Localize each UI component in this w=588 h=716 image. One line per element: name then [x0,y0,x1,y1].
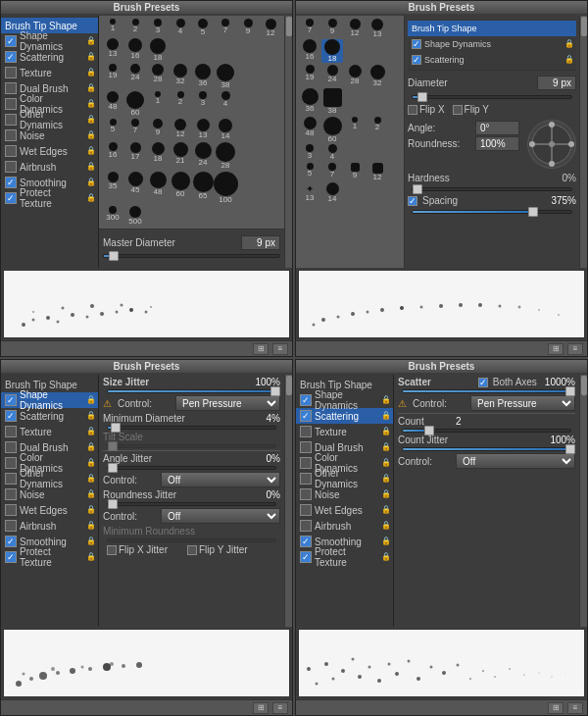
option-noise-br[interactable]: Noise 🔒 [296,486,393,502]
brush-tr-19[interactable]: 19 [299,65,320,87]
preview-list-btn-bl[interactable]: ≡ [272,702,288,714]
spacing-checkbox[interactable]: ✓ [408,196,417,206]
check-smooth-tl[interactable]: ✓ [5,177,17,188]
brush-tr-9[interactable]: 9 [321,19,343,38]
check-shape-br[interactable]: ✓ [300,394,312,406]
angle-value[interactable]: 0° [475,121,519,135]
option-shape-dyn-br[interactable]: ✓ Shape Dynamics 🔒 [296,392,393,408]
roundness-control-select[interactable]: Off Pen Pressure [161,508,280,524]
check-texture-bl[interactable] [5,426,17,437]
option-other-bl[interactable]: Other Dynamics 🔒 [1,471,98,486]
brush-tr-60[interactable]: 60 [321,117,343,143]
check-texture-br[interactable] [300,426,312,437]
brush-24[interactable]: 24 [124,64,146,89]
brush-100[interactable]: 100 [215,172,236,204]
check-scatter-br[interactable]: ✓ [300,410,312,422]
option-texture-bl[interactable]: Texture 🔒 [1,424,98,439]
option-shape-dyn-bl[interactable]: ✓ Shape Dynamics 🔒 [1,392,98,408]
both-axes-checkbox[interactable]: ✓ [478,378,488,387]
brush-21[interactable]: 21 [170,142,191,170]
spacing-slider[interactable] [412,210,572,214]
option-air-bl[interactable]: Airbrush 🔒 [1,518,98,534]
option-scatter-tl[interactable]: ✓ Scattering 🔒 [1,49,98,65]
option-shape-dyn-tl[interactable]: ✓ Shape Dynamics 🔒 [1,33,98,49]
option-protect-bl[interactable]: ✓ Protect Texture 🔒 [1,549,98,565]
option-scatter-br[interactable]: ✓ Scattering 🔒 [296,408,393,424]
check-wet-br[interactable] [300,504,312,516]
check-other-bl[interactable] [5,473,17,485]
preview-grid-btn-br[interactable]: ⊞ [548,702,564,714]
brush-tr-13[interactable]: 13 [367,19,388,38]
check-shape-dyn-tl[interactable]: ✓ [5,35,17,47]
both-axes-check[interactable]: ✓ Both Axes [478,377,537,387]
brush-500[interactable]: 500 [124,206,146,226]
brush-300[interactable]: 300 [102,206,123,226]
scrollbar-bl[interactable] [284,375,292,627]
brush-24b[interactable]: 24 [192,142,214,170]
check-noise-br[interactable] [300,488,312,500]
brush-28[interactable]: 28 [147,64,169,89]
option-texture-tl[interactable]: Texture 🔒 [1,65,98,80]
roundness-value[interactable]: 100% [475,136,519,151]
flip-y-check[interactable] [453,105,463,115]
brush-tr-2[interactable]: 2 [367,117,388,143]
check-smooth-br[interactable]: ✓ [300,536,312,547]
brush-36[interactable]: 36 [192,64,214,89]
brush-4[interactable]: 4 [170,19,191,37]
option-wet-bl[interactable]: Wet Edges 🔒 [1,502,98,518]
brush-32[interactable]: 32 [170,64,191,89]
brush-13b[interactable]: 13 [192,119,214,140]
brush-tr-7[interactable]: 7 [299,19,320,38]
brush-tr-7b[interactable]: 7 [321,163,343,181]
flip-y-jitter[interactable]: Flip Y Jitter [187,544,248,555]
roundness-jitter-slider[interactable] [107,502,276,506]
option-wet-br[interactable]: Wet Edges 🔒 [296,502,393,518]
brush-tr-36[interactable]: 36 [299,88,320,115]
flip-x-jitter-check[interactable] [107,545,117,555]
option-other-tl[interactable]: Other Dynamics 🔒 [1,112,98,128]
brush-60[interactable]: 60 [124,91,146,117]
size-control-select[interactable]: Pen Pressure Off Fade [175,395,280,411]
brush-18b[interactable]: 18 [147,142,169,170]
angle-jitter-slider[interactable] [107,466,276,470]
brush-tr-4[interactable]: 4 [321,144,343,161]
brush-tr-3[interactable]: 3 [299,144,320,161]
brush-2[interactable]: 2 [124,19,146,37]
flip-y-item[interactable]: Flip Y [453,104,489,115]
scrollbar-br[interactable] [579,375,587,627]
option-noise-tl[interactable]: Noise 🔒 [1,128,98,143]
brush-5[interactable]: 5 [192,19,214,37]
brush-9[interactable]: 9 [237,19,259,37]
check-noise-tl[interactable] [5,129,17,141]
check-color-br[interactable] [300,457,312,469]
brush-38[interactable]: 38 [215,64,236,89]
brush-28b[interactable]: 28 [215,142,236,170]
scrollbar-tr[interactable] [579,16,587,268]
brush-14[interactable]: 14 [215,119,236,140]
count-control-select[interactable]: Off Pen Pressure [456,453,575,469]
brush-18[interactable]: 18 [147,38,169,62]
option-other-br[interactable]: Other Dynamics 🔒 [296,471,393,486]
check-protect-tl[interactable]: ✓ [5,192,17,204]
brush-tr-16[interactable]: 16 [299,39,320,63]
check-air-tl[interactable] [5,161,17,173]
check-dual-bl[interactable] [5,441,17,453]
size-jitter-slider[interactable] [107,389,276,393]
option-brush-tip-tr[interactable]: Brush Tip Shape [408,21,576,36]
count-slider[interactable] [402,429,571,433]
brush-4b[interactable]: 4 [215,91,236,117]
check-air-bl[interactable] [5,520,17,532]
master-diameter-value[interactable]: 9 px [241,235,280,250]
option-wet-tl[interactable]: Wet Edges 🔒 [1,143,98,159]
brush-5b[interactable]: 5 [102,119,123,140]
brush-65[interactable]: 65 [192,172,214,204]
min-diameter-slider[interactable] [107,426,276,430]
brush-tr-star[interactable]: ✦ 13 [299,182,320,203]
brush-tr-1[interactable]: 1 [344,117,366,143]
brush-tr-32[interactable]: 32 [367,65,388,87]
check-color-bl[interactable] [5,457,17,469]
scatter-control-select[interactable]: Pen Pressure Off [470,395,575,411]
check-shape-bl[interactable]: ✓ [5,394,17,406]
brush-tr-18-selected[interactable]: 18 [321,39,343,63]
master-diameter-slider[interactable] [103,254,280,258]
